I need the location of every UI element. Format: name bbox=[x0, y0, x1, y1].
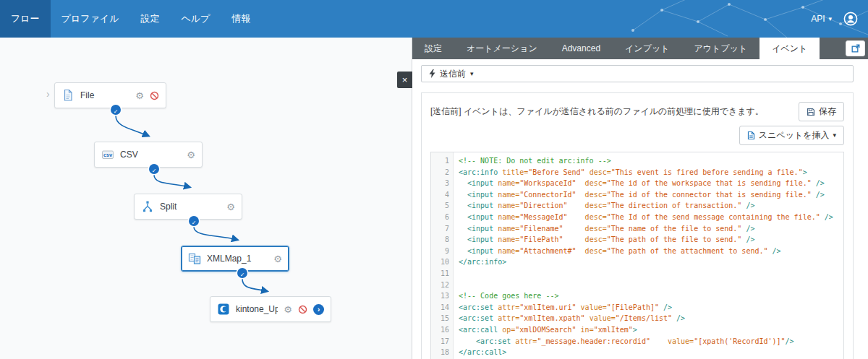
code-token: <input bbox=[459, 247, 498, 255]
code-token: "Filename" bbox=[519, 225, 563, 233]
tab-input[interactable]: インプット bbox=[613, 38, 681, 59]
code-text: <!-- NOTE: Do not edit arc:info --> bbox=[453, 155, 611, 167]
code-token: /> bbox=[741, 225, 754, 233]
code-token: value= bbox=[576, 303, 607, 311]
event-selector-label: 送信前 bbox=[440, 68, 466, 80]
code-token: "The path of the file to send." bbox=[607, 235, 742, 243]
code-text bbox=[453, 280, 459, 291]
node-split[interactable]: Split ⚙ bbox=[134, 194, 242, 220]
code-token: title= bbox=[502, 168, 528, 176]
line-number: 5 bbox=[431, 200, 453, 212]
csv-icon: CSV bbox=[101, 148, 114, 161]
gear-icon[interactable]: ⚙ bbox=[284, 305, 292, 314]
code-line[interactable]: 4 <input name="ConnectorId" desc="The id… bbox=[431, 189, 843, 201]
node-file[interactable]: File ⚙ bbox=[54, 82, 166, 108]
code-token: desc= bbox=[563, 235, 607, 243]
code-line[interactable]: 1<!-- NOTE: Do not edit arc:info --> bbox=[431, 155, 843, 167]
code-editor-lines: 1<!-- NOTE: Do not edit arc:info -->2<ar… bbox=[431, 152, 843, 359]
code-line[interactable]: 13<!-- Code goes here --> bbox=[431, 290, 843, 302]
code-token: </arc:info> bbox=[459, 258, 506, 266]
code-text: <input name="WorkspaceId" desc="The id o… bbox=[453, 178, 825, 189]
close-panel-button[interactable]: × bbox=[397, 72, 412, 88]
tab-advanced[interactable]: Advanced bbox=[550, 38, 613, 59]
disable-icon[interactable] bbox=[150, 91, 159, 100]
code-line[interactable]: 14<arc:set attr="xmlItem.uri" value="[Fi… bbox=[431, 302, 843, 313]
code-text: <arc:call op="xmlDOMSearch" in="xmlItem"… bbox=[453, 324, 637, 336]
code-line[interactable]: 11 bbox=[431, 268, 843, 280]
code-token: desc= bbox=[568, 213, 607, 221]
code-line[interactable]: 9 <input name="Attachment#" desc="The pa… bbox=[431, 246, 843, 257]
code-token: name= bbox=[498, 213, 519, 221]
code-token: desc= bbox=[585, 168, 611, 176]
code-line[interactable]: 10</arc:info> bbox=[431, 256, 843, 268]
code-line[interactable]: 16<arc:call op="xmlDOMSearch" in="xmlIte… bbox=[431, 324, 843, 336]
code-line[interactable]: 15<arc:set attr="xmlItem.xpath" value="/… bbox=[431, 313, 843, 324]
line-number: 12 bbox=[431, 280, 453, 291]
gear-icon[interactable]: ⚙ bbox=[226, 202, 235, 212]
tab-output[interactable]: アウトプット bbox=[681, 38, 760, 59]
external-link-icon bbox=[851, 44, 860, 53]
code-editor[interactable]: 1<!-- NOTE: Do not edit arc:info -->2<ar… bbox=[430, 152, 844, 359]
external-link-button[interactable] bbox=[846, 40, 865, 56]
node-kintone[interactable]: kintone_Uplo... ⚙ › bbox=[210, 296, 331, 322]
connection-file-csv bbox=[116, 116, 148, 136]
code-token: "[FilePath]" bbox=[607, 303, 659, 311]
code-line[interactable]: 6 <input name="MessageId" desc="The Id o… bbox=[431, 212, 843, 223]
node-label: kintone_Uplo... bbox=[236, 304, 278, 314]
line-number: 6 bbox=[431, 212, 453, 223]
disable-icon[interactable] bbox=[298, 305, 307, 314]
code-line[interactable]: 7 <input name="Filename" desc="The name … bbox=[431, 223, 843, 235]
code-line[interactable]: 17 <arc:set attr="_message.header:record… bbox=[431, 336, 843, 347]
save-button[interactable]: 保存 bbox=[799, 102, 844, 121]
node-xmlmap[interactable]: XMLMap_1 ⚙ bbox=[181, 246, 289, 272]
flow-canvas[interactable]: › File ⚙ bbox=[0, 38, 412, 359]
code-token: > bbox=[803, 168, 807, 176]
api-dropdown[interactable]: API ▾ bbox=[811, 14, 832, 24]
code-token: desc= bbox=[576, 191, 607, 199]
code-text: <input name="Attachment#" desc="The path… bbox=[453, 246, 781, 257]
nav-item-help[interactable]: ヘルプ bbox=[170, 0, 221, 38]
save-icon bbox=[807, 108, 815, 116]
tab-automation[interactable]: オートメーション bbox=[454, 38, 550, 59]
run-icon[interactable]: › bbox=[313, 304, 324, 315]
code-token: "The id of the connector that is sending… bbox=[607, 191, 812, 199]
code-token: <input bbox=[459, 225, 498, 233]
node-csv[interactable]: CSV CSV ⚙ bbox=[94, 142, 203, 168]
code-line[interactable]: 8 <input name="FilePath" desc="The path … bbox=[431, 234, 843, 246]
user-avatar-icon[interactable] bbox=[843, 12, 858, 26]
nav-item-flow[interactable]: フロー bbox=[0, 0, 51, 38]
code-line[interactable]: 5 <input name="Direction" desc="The dire… bbox=[431, 200, 843, 212]
code-token: <input bbox=[459, 213, 498, 221]
nav-item-profile[interactable]: プロファイル bbox=[51, 0, 130, 38]
tab-settings[interactable]: 設定 bbox=[412, 38, 454, 59]
event-card: [送信前] イベントは、ファイルが送信される前のファイルの前処理に使用できます。… bbox=[421, 92, 854, 359]
code-token: "_message.header:recordid" bbox=[537, 337, 650, 345]
node-label: CSV bbox=[120, 150, 181, 160]
code-token: /> bbox=[741, 202, 754, 209]
nav-item-info[interactable]: 情報 bbox=[221, 0, 261, 38]
check-icon: ✓ bbox=[114, 108, 119, 115]
tab-events[interactable]: イベント bbox=[760, 38, 820, 59]
code-text: <input name="MessageId" desc="The Id of … bbox=[453, 212, 833, 223]
line-number: 16 bbox=[431, 324, 453, 336]
code-token: name= bbox=[498, 179, 519, 187]
connection-csv-split bbox=[154, 175, 190, 187]
event-selector[interactable]: 送信前 ▾ bbox=[421, 65, 854, 82]
code-token: <arc:set bbox=[459, 303, 498, 311]
node-label: File bbox=[80, 90, 129, 100]
code-token: "FilePath" bbox=[519, 235, 563, 243]
line-number: 2 bbox=[431, 167, 453, 178]
gear-icon[interactable]: ⚙ bbox=[135, 91, 144, 100]
code-line[interactable]: 18</arc:call> bbox=[431, 347, 843, 358]
nav-item-settings[interactable]: 設定 bbox=[129, 0, 170, 38]
code-token: <arc:set bbox=[459, 337, 515, 345]
code-line[interactable]: 3 <input name="WorkspaceId" desc="The id… bbox=[431, 178, 843, 189]
code-token: <input bbox=[459, 235, 498, 243]
gear-icon[interactable]: ⚙ bbox=[273, 254, 282, 264]
api-label: API bbox=[811, 14, 825, 24]
code-line[interactable]: 2<arc:info title="Before Send" desc="Thi… bbox=[431, 167, 843, 178]
code-line[interactable]: 12 bbox=[431, 280, 843, 291]
gear-icon[interactable]: ⚙ bbox=[187, 150, 195, 160]
code-token: attr= bbox=[498, 303, 519, 311]
snippet-button[interactable]: スニペットを挿入 ▾ bbox=[739, 126, 844, 145]
